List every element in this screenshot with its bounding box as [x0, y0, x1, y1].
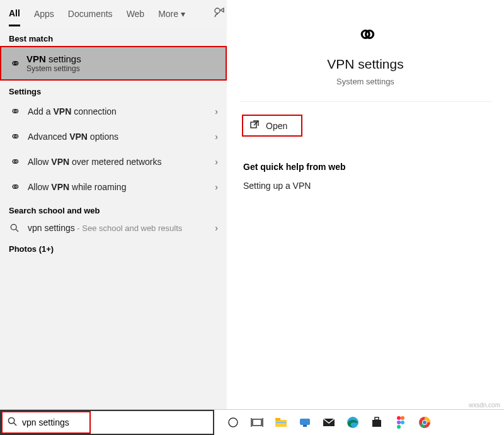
taskbar-search-container[interactable]	[0, 410, 214, 435]
store-icon[interactable]	[369, 415, 384, 430]
setting-advanced-vpn[interactable]: ⚭ Advanced VPN options ›	[0, 124, 227, 149]
open-icon	[249, 120, 260, 132]
file-explorer-icon[interactable]	[273, 415, 289, 430]
search-icon	[9, 223, 20, 232]
search-tabs: All Apps Documents Web More▾ •••	[0, 0, 227, 28]
svg-point-22	[401, 421, 404, 424]
tab-apps[interactable]: Apps	[34, 3, 54, 25]
svg-rect-18	[375, 417, 379, 420]
chevron-right-icon: ›	[215, 132, 218, 142]
tab-documents[interactable]: Documents	[68, 3, 113, 25]
chevron-down-icon: ▾	[181, 9, 185, 19]
chevron-right-icon: ›	[215, 223, 218, 233]
app-icon-1[interactable]	[297, 415, 312, 430]
result-vpn-settings[interactable]: ⚭ VPN settings System settings	[0, 46, 227, 81]
open-button[interactable]: Open	[242, 115, 302, 137]
tab-web[interactable]: Web	[127, 3, 145, 25]
preview-subtitle: System settings	[336, 77, 394, 86]
tab-all[interactable]: All	[9, 2, 20, 26]
preview-hero: ⚭ VPN settings System settings	[239, 19, 491, 102]
svg-rect-14	[303, 425, 307, 427]
svg-point-21	[397, 421, 401, 424]
svg-point-0	[215, 8, 220, 13]
edge-icon[interactable]	[345, 415, 360, 430]
svg-point-4	[8, 417, 14, 423]
mail-icon[interactable]	[321, 415, 336, 430]
svg-rect-11	[275, 418, 280, 421]
photos-heading[interactable]: Photos (1+)	[0, 238, 227, 256]
settings-heading: Settings	[0, 81, 227, 99]
feedback-icon[interactable]	[213, 6, 226, 21]
preview-title: VPN settings	[327, 57, 403, 72]
chevron-right-icon: ›	[215, 157, 218, 167]
vpn-icon: ⚭	[9, 154, 20, 169]
vpn-icon: ⚭	[9, 129, 20, 144]
svg-rect-13	[300, 419, 310, 425]
web-result-vpn-settings[interactable]: vpn settings - See school and web result…	[0, 218, 227, 238]
watermark: wxsdn.com	[469, 402, 500, 409]
setting-add-vpn[interactable]: ⚭ Add a VPN connection ›	[0, 99, 227, 124]
setting-vpn-metered[interactable]: ⚭ Allow VPN over metered networks ›	[0, 149, 227, 174]
vpn-icon: ⚭	[10, 56, 19, 71]
chevron-right-icon: ›	[215, 182, 218, 192]
svg-point-23	[397, 425, 401, 429]
figma-icon[interactable]	[393, 415, 408, 430]
svg-rect-12	[276, 422, 286, 423]
help-link-setting-up-vpn[interactable]: Setting up a VPN	[243, 181, 491, 191]
svg-point-20	[401, 416, 404, 420]
svg-point-19	[397, 416, 401, 420]
svg-rect-17	[372, 420, 381, 427]
cortana-icon[interactable]	[226, 415, 241, 430]
setting-vpn-roaming[interactable]: ⚭ Allow VPN while roaming ›	[0, 174, 227, 200]
search-icon	[8, 417, 17, 429]
svg-rect-7	[253, 419, 261, 426]
svg-point-26	[423, 421, 427, 424]
best-match-heading: Best match	[0, 28, 227, 46]
quick-help-heading: Get quick help from web	[243, 162, 488, 172]
vpn-icon: ⚭	[9, 179, 20, 195]
chrome-icon[interactable]	[417, 415, 432, 430]
vpn-icon: ⚭	[9, 104, 20, 119]
svg-point-6	[229, 418, 238, 427]
svg-rect-3	[251, 122, 256, 128]
search-school-heading: Search school and web	[0, 200, 227, 218]
chevron-right-icon: ›	[215, 106, 218, 116]
svg-point-1	[11, 224, 16, 230]
vpn-icon: ⚭	[356, 19, 375, 52]
svg-line-5	[14, 422, 16, 425]
svg-rect-10	[275, 420, 287, 427]
tab-more[interactable]: More▾	[158, 3, 185, 25]
taskbar	[0, 410, 504, 435]
task-view-icon[interactable]	[249, 415, 265, 430]
taskbar-search-input[interactable]	[22, 417, 84, 427]
svg-line-2	[16, 229, 18, 232]
